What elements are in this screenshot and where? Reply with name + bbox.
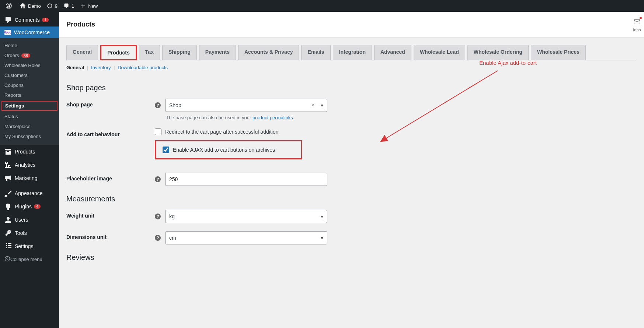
settings-tabs: GeneralProductsTaxShippingPaymentsAccoun… — [66, 45, 637, 60]
help-icon[interactable]: ? — [155, 235, 161, 241]
menu-tools[interactable]: Tools — [0, 226, 59, 240]
tab-wholesale-lead[interactable]: Wholesale Lead — [414, 45, 465, 60]
menu-users[interactable]: Users — [0, 213, 59, 226]
page-title: Products — [66, 21, 95, 28]
menu-products-label: Products — [15, 149, 35, 155]
menu-analytics[interactable]: Analytics — [0, 158, 59, 172]
section-measurements: Measurements — [66, 195, 637, 203]
help-icon[interactable]: ? — [155, 176, 161, 182]
menu-users-label: Users — [15, 217, 28, 223]
menu-tools-label: Tools — [15, 230, 27, 236]
help-icon[interactable]: ? — [155, 214, 161, 219]
wordpress-icon — [6, 3, 12, 9]
permalinks-link[interactable]: product permalinks — [253, 115, 293, 120]
tab-tax[interactable]: Tax — [139, 45, 160, 60]
label-add-to-cart: Add to cart behaviour — [66, 128, 155, 137]
comments-bubble[interactable]: 1 — [60, 0, 77, 12]
clear-icon[interactable]: × — [311, 102, 314, 108]
tab-general[interactable]: General — [66, 45, 98, 60]
collapse-icon — [4, 256, 10, 263]
dimensions-unit-value: cm — [169, 235, 176, 241]
svg-rect-1 — [634, 20, 640, 24]
submenu-status[interactable]: Status — [0, 112, 59, 121]
menu-plugins[interactable]: Plugins 4 — [0, 200, 59, 213]
placeholder-image-input[interactable] — [165, 173, 327, 186]
annotation-arrow — [380, 69, 501, 142]
submenu-reports[interactable]: Reports — [0, 90, 59, 100]
subtab-downloadable[interactable]: Downloadable products — [118, 65, 168, 70]
update-icon — [47, 3, 53, 9]
menu-woocommerce-label: WooCommerce — [14, 29, 50, 35]
menu-products[interactable]: Products — [0, 145, 59, 158]
tab-emails[interactable]: Emails — [301, 45, 330, 60]
menu-woocommerce[interactable]: Woo WooCommerce — [0, 27, 59, 38]
menu-comments-label: Comments — [15, 17, 40, 23]
product-subtabs: General | Inventory | Downloadable produ… — [66, 60, 637, 75]
redirect-label: Redirect to the cart page after successf… — [165, 129, 278, 135]
chevron-down-icon: ▾ — [321, 214, 323, 219]
badge: 88 — [21, 53, 30, 58]
tab-products[interactable]: Products — [100, 45, 137, 60]
menu-comments[interactable]: Comments 1 — [0, 13, 59, 27]
inbox-label: Inbo — [633, 28, 641, 32]
ajax-checkbox-row: Enable AJAX add to cart buttons on archi… — [155, 140, 302, 159]
tab-wholesale-prices[interactable]: Wholesale Prices — [531, 45, 586, 60]
tab-wholesale-ordering[interactable]: Wholesale Ordering — [467, 45, 529, 60]
ajax-label: Enable AJAX add to cart buttons on archi… — [173, 147, 275, 153]
submenu-coupons[interactable]: Coupons — [0, 80, 59, 90]
new-label: New — [88, 3, 98, 9]
tab-advanced[interactable]: Advanced — [374, 45, 411, 60]
comments-bubble-count: 1 — [72, 3, 74, 9]
woocommerce-submenu: HomeOrders88Wholesale RolesCustomersCoup… — [0, 38, 59, 145]
tab-shipping[interactable]: Shipping — [162, 45, 197, 60]
collapse-menu[interactable]: Collapse menu — [0, 253, 59, 266]
dimensions-unit-select[interactable]: cm ▾ — [165, 231, 327, 244]
wp-logo[interactable] — [3, 0, 17, 12]
submenu-customers[interactable]: Customers — [0, 70, 59, 80]
admin-bar: Demo 9 1 New — [0, 0, 644, 12]
menu-appearance-label: Appearance — [15, 190, 43, 196]
site-name[interactable]: Demo — [17, 0, 44, 12]
submenu-my-subscriptions[interactable]: My Subscriptions — [0, 131, 59, 141]
menu-settings-label: Settings — [15, 243, 34, 249]
redirect-checkbox[interactable] — [155, 128, 161, 135]
updates[interactable]: 9 — [44, 0, 60, 12]
label-weight-unit: Weight unit — [66, 210, 155, 219]
settings-icon — [4, 243, 12, 250]
submenu-settings[interactable]: Settings — [1, 101, 58, 111]
notification-dot — [640, 17, 642, 19]
help-icon[interactable]: ? — [155, 102, 161, 108]
submenu-marketplace[interactable]: Marketplace — [0, 121, 59, 131]
menu-marketing[interactable]: Marketing — [0, 172, 59, 185]
plugin-icon — [4, 203, 12, 210]
brush-icon — [4, 190, 12, 197]
shop-page-select[interactable]: Shop × ▾ — [165, 99, 327, 112]
menu-plugins-label: Plugins — [15, 204, 32, 209]
subtab-general[interactable]: General — [66, 65, 84, 70]
submenu-orders[interactable]: Orders88 — [0, 50, 59, 60]
comment-icon — [63, 3, 69, 9]
shop-page-desc: The base page can also be used in your p… — [166, 115, 413, 120]
label-shop-page: Shop page — [66, 99, 155, 107]
tab-integration[interactable]: Integration — [333, 45, 372, 60]
menu-settings[interactable]: Settings — [0, 240, 59, 253]
menu-appearance[interactable]: Appearance — [0, 187, 59, 200]
site-name-label: Demo — [28, 3, 41, 9]
woocommerce-icon: Woo — [4, 30, 11, 35]
plugins-badge: 4 — [34, 204, 41, 209]
tab-accounts-privacy[interactable]: Accounts & Privacy — [238, 45, 299, 60]
tab-payments[interactable]: Payments — [199, 45, 236, 60]
annotation-text: Enable Ajax add-to-cart — [479, 60, 537, 66]
chevron-down-icon: ▾ — [321, 102, 323, 108]
submenu-home[interactable]: Home — [0, 40, 59, 50]
page-header: Products — [59, 12, 644, 38]
submenu-wholesale-roles[interactable]: Wholesale Roles — [0, 60, 59, 70]
shop-page-value: Shop — [169, 102, 181, 108]
weight-unit-select[interactable]: kg ▾ — [165, 210, 327, 223]
new-content[interactable]: New — [77, 0, 101, 12]
inbox-button[interactable]: Inbo — [633, 18, 641, 32]
updates-count: 9 — [55, 3, 58, 9]
subtab-inventory[interactable]: Inventory — [91, 65, 111, 70]
user-icon — [4, 216, 12, 223]
ajax-checkbox[interactable] — [163, 147, 169, 153]
